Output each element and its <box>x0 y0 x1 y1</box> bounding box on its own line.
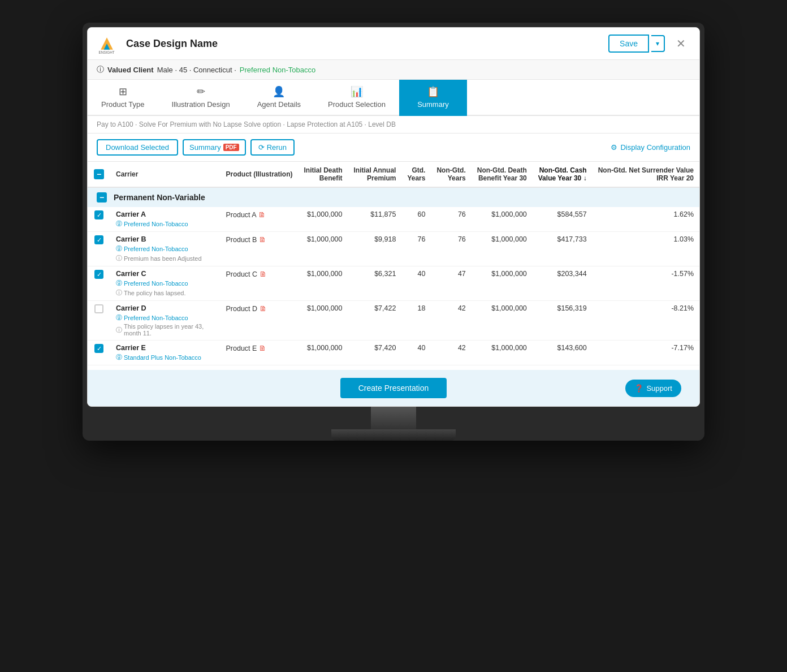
row-b-idb: $1,000,000 <box>299 232 348 266</box>
tab-product-type[interactable]: ⊞ Product Type <box>88 80 158 116</box>
row-d-checkbox[interactable] <box>94 304 103 313</box>
row-d-ngtd: 42 <box>431 301 471 341</box>
row-b-db30: $1,000,000 <box>472 232 533 266</box>
row-a-carrier-cell: Carrier A ⓖ Preferred Non-Tobacco <box>110 207 220 232</box>
non-gtd-cash-value-header[interactable]: Non-Gtd. CashValue Year 30 ↓ <box>533 162 593 187</box>
select-all-header[interactable]: − <box>88 162 110 187</box>
master-checkbox[interactable]: − <box>94 169 104 179</box>
client-details: Male · 45 · Connecticut · <box>157 66 236 74</box>
table-row: ✓ Carrier B ⓖ Preferred Non-Tobacco ⓘ Pr… <box>88 232 699 266</box>
tab-summary-label: Summary <box>417 100 449 109</box>
tab-illustration-design[interactable]: ✏ Illustration Design <box>158 80 243 116</box>
app-header: ENSIGHT Case Design Name Save ▾ ✕ <box>88 28 699 60</box>
row-c-idb: $1,000,000 <box>299 266 348 301</box>
row-c-irr: -1.57% <box>593 266 699 301</box>
tab-product-selection[interactable]: 📊 Product Selection <box>314 80 399 116</box>
row-a-checkbox-cell[interactable]: ✓ <box>88 207 110 232</box>
row-d-pdf-icon[interactable]: 🗎 <box>260 304 267 313</box>
row-d-carrier-warn: ⓘ This policy lapses in year 43, month 1… <box>116 323 215 337</box>
download-selected-button[interactable]: Download Selected <box>97 139 178 156</box>
row-a-idb: $1,000,000 <box>299 207 348 232</box>
row-e-checkbox[interactable]: ✓ <box>94 344 103 353</box>
svg-text:ENSIGHT: ENSIGHT <box>99 50 115 54</box>
row-e-product-name: Product E <box>226 344 257 352</box>
display-configuration-button[interactable]: ⚙ Display Configuration <box>611 143 690 152</box>
row-e-checkbox-cell[interactable]: ✓ <box>88 341 110 365</box>
table-row: Carrier D ⓖ Preferred Non-Tobacco ⓘ This… <box>88 301 699 341</box>
support-button[interactable]: ❓ Support <box>625 380 681 397</box>
results-table: − Carrier Product (Illustration) Initial… <box>88 162 699 365</box>
table-row: ✓ Carrier C ⓖ Preferred Non-Tobacco ⓘ Th… <box>88 266 699 301</box>
row-c-db30: $1,000,000 <box>472 266 533 301</box>
toolbar: Download Selected Summary PDF ⟳ Rerun ⚙ … <box>88 133 699 162</box>
rerun-button[interactable]: ⟳ Rerun <box>250 139 295 156</box>
table-row: ✓ Carrier E ⓖ Standard Plus Non-Tobacco … <box>88 341 699 365</box>
client-highlight: Preferred Non-Tobacco <box>240 66 315 74</box>
row-e-cv30: $143,600 <box>533 341 593 365</box>
table-header-row: − Carrier Product (Illustration) Initial… <box>88 162 699 187</box>
row-d-product-cell: Product D 🗎 <box>220 301 299 341</box>
client-bar: ⓘ Valued Client Male · 45 · Connecticut … <box>88 60 699 80</box>
footer: Create Presentation ❓ Support <box>88 370 699 406</box>
row-d-checkbox-cell[interactable] <box>88 301 110 341</box>
rerun-icon: ⟳ <box>258 143 265 152</box>
row-d-carrier-sub: ⓖ Preferred Non-Tobacco <box>116 313 215 322</box>
case-title: Case Design Name <box>126 38 608 50</box>
preferred-icon: ⓖ <box>116 219 122 228</box>
row-a-db30: $1,000,000 <box>472 207 533 232</box>
summary-pdf-button[interactable]: Summary PDF <box>183 139 246 156</box>
product-type-icon: ⊞ <box>119 85 127 98</box>
group-collapse-button[interactable]: − <box>97 192 107 203</box>
row-c-iap: $6,321 <box>348 266 402 301</box>
row-a-cv30: $584,557 <box>533 207 593 232</box>
row-b-checkbox[interactable]: ✓ <box>94 235 103 244</box>
row-c-checkbox-cell[interactable]: ✓ <box>88 266 110 301</box>
support-icon: ❓ <box>634 384 643 393</box>
row-b-pdf-icon[interactable]: 🗎 <box>259 235 266 244</box>
row-d-product-name: Product D <box>226 305 258 313</box>
row-a-product-cell: Product A 🗎 <box>220 207 299 232</box>
stand-base <box>331 429 456 441</box>
illustration-design-icon: ✏ <box>197 85 205 98</box>
row-e-pdf-icon[interactable]: 🗎 <box>259 344 266 352</box>
row-e-ngtd: 42 <box>431 341 471 365</box>
row-b-cv30: $417,733 <box>533 232 593 266</box>
save-dropdown-button[interactable]: ▾ <box>651 35 665 52</box>
row-a-checkbox[interactable]: ✓ <box>94 210 103 219</box>
summary-label: Summary <box>189 143 221 152</box>
tab-agent-details-label: Agent Details <box>257 100 301 109</box>
tab-product-type-label: Product Type <box>101 100 144 109</box>
product-header: Product (Illustration) <box>220 162 299 187</box>
display-config-label: Display Configuration <box>620 143 690 152</box>
row-b-carrier-warn: ⓘ Premium has been Adjusted <box>116 254 215 262</box>
create-presentation-button[interactable]: Create Presentation <box>340 378 447 398</box>
group-header-row: − Permanent Non-Variable <box>88 187 699 207</box>
row-c-checkbox[interactable]: ✓ <box>94 270 103 279</box>
tab-summary[interactable]: 📋 Summary <box>399 80 467 116</box>
row-c-cv30: $203,344 <box>533 266 593 301</box>
row-c-carrier-sub: ⓖ Preferred Non-Tobacco <box>116 279 215 287</box>
save-button[interactable]: Save <box>608 35 649 53</box>
row-c-pdf-icon[interactable]: 🗎 <box>260 270 267 278</box>
product-selection-icon: 📊 <box>351 85 363 98</box>
rerun-label: Rerun <box>267 143 287 152</box>
header-actions: Save ▾ ✕ <box>608 35 690 53</box>
close-button[interactable]: ✕ <box>672 35 690 53</box>
row-a-carrier-sub: ⓖ Preferred Non-Tobacco <box>116 219 215 228</box>
row-b-product-cell: Product B 🗎 <box>220 232 299 266</box>
row-b-ngtd: 76 <box>431 232 471 266</box>
warn-icon-c: ⓘ <box>116 288 122 297</box>
row-d-carrier-name: Carrier D <box>116 304 215 312</box>
preferred-icon-e: ⓖ <box>116 353 122 361</box>
agent-details-icon: 👤 <box>273 85 285 98</box>
stand-neck <box>371 407 416 429</box>
row-a-pdf-icon[interactable]: 🗎 <box>258 210 266 219</box>
app-logo: ENSIGHT <box>97 33 117 54</box>
tab-agent-details[interactable]: 👤 Agent Details <box>244 80 314 116</box>
row-b-checkbox-cell[interactable]: ✓ <box>88 232 110 266</box>
row-e-iap: $7,420 <box>348 341 402 365</box>
row-e-carrier-name: Carrier E <box>116 344 215 352</box>
row-a-gtd: 60 <box>401 207 431 232</box>
tab-bar: ⊞ Product Type ✏ Illustration Design 👤 A… <box>88 80 699 116</box>
warn-icon-d: ⓘ <box>116 326 122 334</box>
